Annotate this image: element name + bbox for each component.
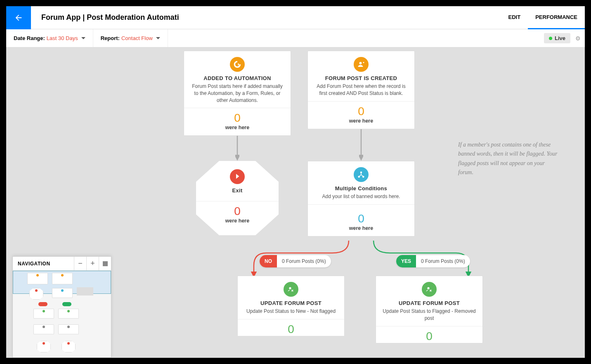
node-description: Add Forum Post here when the record is f…	[314, 83, 409, 97]
node-count: 0	[308, 212, 414, 225]
branch-no-badge: NO	[260, 255, 277, 267]
tab-performance[interactable]: PERFORMANCE	[528, 6, 585, 29]
date-range-label: Date Range:	[14, 35, 45, 41]
branch-yes-pill[interactable]: YES 0 Forum Posts (0%)	[396, 255, 470, 267]
branch-no-pill[interactable]: NO 0 Forum Posts (0%)	[260, 255, 331, 267]
node-count: 0	[308, 105, 414, 118]
navigator-title: NAVIGATION	[13, 261, 74, 267]
branch-yes-badge: YES	[396, 255, 416, 267]
header-tabs: EDIT PERFORMANCE	[501, 6, 585, 29]
automation-entry-icon	[230, 57, 245, 72]
chevron-down-icon	[156, 36, 160, 40]
node-description: Update Post Status to New - Not flagged	[243, 308, 338, 315]
node-update-flagged[interactable]: UPDATE FORUM POST Update Post Status to …	[376, 276, 483, 343]
page-title: Forum App | Post Moderation Automati	[31, 13, 501, 22]
node-count-label: were here	[308, 225, 414, 231]
node-count: 0	[376, 330, 482, 343]
svg-point-7	[427, 287, 429, 289]
branch-yes-text: 0 Forum Posts (0%)	[416, 258, 470, 264]
node-forum-post-created[interactable]: FORUM POST IS CREATED Add Forum Post her…	[307, 51, 415, 129]
user-add-icon	[354, 57, 369, 72]
node-description: Forum Post starts here if added manually…	[190, 83, 285, 104]
zoom-out-button[interactable]: −	[74, 257, 86, 271]
node-count-label: were here	[196, 218, 279, 224]
node-count-label: were here	[308, 118, 414, 124]
report-selector[interactable]: Report: Contact Flow	[93, 29, 168, 47]
node-description: Add your list of banned words here.	[314, 193, 409, 200]
header: Forum App | Post Moderation Automati EDI…	[6, 6, 585, 29]
back-button[interactable]	[6, 6, 31, 29]
node-added-to-automation[interactable]: ADDED TO AUTOMATION Forum Post starts he…	[184, 51, 291, 136]
date-range-value: Last 30 Days	[47, 35, 78, 41]
node-title: Multiple Conditions	[314, 185, 409, 191]
node-update-not-flagged[interactable]: UPDATE FORUM POST Update Post Status to …	[237, 276, 345, 336]
live-dot-icon	[549, 37, 552, 40]
node-multiple-conditions[interactable]: Multiple Conditions Add your list of ban…	[307, 161, 415, 236]
node-count-label: were here	[184, 125, 291, 130]
node-title: Exit	[202, 187, 273, 194]
node-title: UPDATE FORUM POST	[382, 300, 477, 306]
node-description: Update Post Status to Flagged - Removed …	[382, 308, 477, 322]
subheader: Date Range: Last 30 Days Report: Contact…	[6, 29, 585, 47]
user-edit-icon	[284, 282, 298, 297]
zoom-fit-button[interactable]	[99, 257, 111, 271]
tab-edit[interactable]: EDIT	[501, 6, 528, 29]
svg-point-6	[289, 287, 291, 289]
svg-point-2	[359, 62, 362, 64]
report-label: Report:	[101, 35, 120, 41]
date-range-selector[interactable]: Date Range: Last 30 Days	[6, 29, 93, 47]
navigator-panel: NAVIGATION − +	[12, 256, 111, 358]
back-arrow-icon	[14, 13, 23, 22]
report-value: Contact Flow	[121, 35, 153, 41]
user-edit-icon	[422, 282, 437, 297]
zoom-in-button[interactable]: +	[86, 257, 99, 271]
node-count: 0	[238, 323, 344, 336]
node-title: FORUM POST IS CREATED	[314, 75, 409, 81]
node-exit[interactable]: Exit 0 were here	[196, 161, 279, 235]
automation-canvas[interactable]: ADDED TO AUTOMATION Forum Post starts he…	[6, 47, 585, 358]
settings-icon[interactable]: ⚙	[575, 35, 581, 42]
svg-point-3	[360, 172, 362, 174]
node-title: ADDED TO AUTOMATION	[190, 75, 285, 81]
navigator-preview[interactable]	[13, 271, 111, 357]
chevron-down-icon	[81, 36, 85, 40]
branch-no-text: 0 Forum Posts (0%)	[277, 258, 331, 264]
exit-hand-icon	[230, 169, 245, 184]
node-count: 0	[196, 205, 279, 218]
live-status-badge: Live	[544, 33, 570, 43]
node-title: UPDATE FORUM POST	[243, 300, 338, 306]
node-count: 0	[184, 111, 291, 125]
canvas-annotation: If a member's post contains one of these…	[458, 140, 561, 177]
branch-icon	[354, 167, 369, 182]
